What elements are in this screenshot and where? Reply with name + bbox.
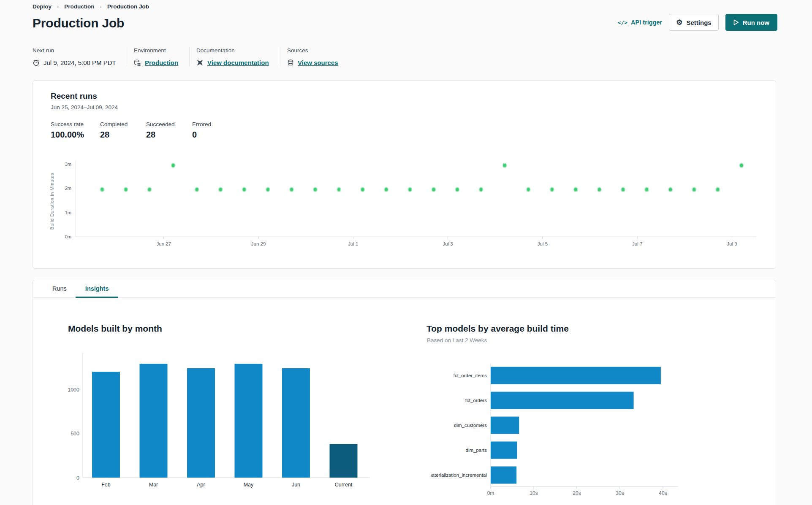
svg-text:Jul 3: Jul 3: [443, 241, 453, 246]
breadcrumb-production-job: Production Job: [107, 3, 149, 10]
sources-icon: [287, 59, 294, 66]
stat-success-rate: Success rate 100.00%: [51, 121, 100, 140]
top-models-chart: 0m10s20s30s40sfct_order_itemsfct_ordersd…: [431, 351, 710, 499]
stat-errored: Errored 0: [192, 121, 226, 140]
job-meta-row: Next run Jul 9, 2024, 5:00 PM PDT Enviro…: [33, 47, 345, 66]
svg-text:3m: 3m: [65, 162, 71, 167]
svg-text:Apr: Apr: [197, 482, 205, 488]
tabbar: Runs Insights: [33, 280, 776, 298]
breadcrumb-deploy[interactable]: Deploy: [33, 3, 52, 10]
tab-insights[interactable]: Insights: [76, 280, 119, 298]
top-models-title: Top models by average build time: [426, 324, 569, 334]
svg-text:Current: Current: [335, 482, 353, 488]
svg-text:Jul 9: Jul 9: [727, 241, 737, 246]
svg-text:Feb: Feb: [101, 482, 111, 488]
svg-text:Mar: Mar: [149, 482, 158, 488]
svg-text:40s: 40s: [659, 490, 667, 496]
svg-text:dim_parts: dim_parts: [466, 448, 487, 453]
svg-text:0m: 0m: [65, 234, 71, 239]
svg-text:fct_orders: fct_orders: [465, 398, 487, 403]
svg-text:10s: 10s: [530, 490, 538, 496]
page-title: Production Job: [33, 16, 124, 30]
meta-sources: Sources View sources: [280, 47, 345, 66]
top-models-subtitle: Based on Last 2 Weeks: [427, 337, 487, 343]
svg-text:Jun 29: Jun 29: [251, 241, 266, 246]
svg-text:Jul 7: Jul 7: [632, 241, 642, 246]
recent-runs-title: Recent runs: [51, 92, 97, 101]
meta-label: Sources: [287, 47, 338, 54]
recent-runs-stats: Success rate 100.00% Completed 28 Succee…: [51, 121, 226, 140]
svg-text:30s: 30s: [616, 490, 624, 496]
svg-text:1000: 1000: [68, 387, 79, 393]
svg-text:Build Duration in Minutes: Build Duration in Minutes: [49, 173, 54, 230]
meta-environment: Environment Produc: [127, 47, 189, 66]
models-by-month-title: Models built by month: [68, 324, 162, 334]
svg-text:dim_customers: dim_customers: [454, 423, 487, 428]
header-actions: </> API trigger ⚙ Settings Run now: [618, 14, 777, 31]
svg-text:Jun 27: Jun 27: [157, 241, 171, 246]
clock-icon: [33, 59, 40, 66]
api-trigger-link[interactable]: </> API trigger: [618, 19, 663, 26]
meta-next-run: Next run Jul 9, 2024, 5:00 PM PDT: [33, 47, 127, 66]
svg-text:Jun: Jun: [292, 482, 300, 488]
gear-icon: ⚙: [676, 19, 682, 26]
chevron-right-icon: ›: [52, 3, 64, 10]
svg-text:0m: 0m: [487, 490, 494, 496]
recent-runs-card: Recent runs Jun 25, 2024–Jul 09, 2024 Su…: [33, 80, 776, 269]
svg-text:fct_order_items: fct_order_items: [454, 373, 487, 378]
environment-icon: [134, 59, 141, 66]
stat-succeeded: Succeeded 28: [146, 121, 192, 140]
settings-button[interactable]: ⚙ Settings: [669, 14, 718, 31]
view-documentation-link[interactable]: View documentation: [207, 59, 269, 66]
svg-text:1m: 1m: [65, 210, 71, 215]
svg-text:0: 0: [76, 475, 79, 481]
settings-label: Settings: [686, 19, 711, 26]
svg-text:500: 500: [71, 431, 79, 437]
recent-runs-date-range: Jun 25, 2024–Jul 09, 2024: [51, 104, 118, 111]
chevron-right-icon: ›: [95, 3, 107, 10]
build-duration-scatter-chart: 0m1m2m3mJun 27Jun 29Jul 1Jul 3Jul 5Jul 7…: [43, 156, 765, 270]
meta-documentation: Documentation View documentation: [189, 47, 280, 66]
docs-icon: [196, 59, 204, 66]
svg-text:materialization_incremental: materialization_incremental: [431, 473, 487, 478]
play-icon: [733, 19, 739, 25]
svg-text:Jul 1: Jul 1: [348, 241, 358, 246]
svg-text:20s: 20s: [573, 490, 581, 496]
tab-runs[interactable]: Runs: [43, 280, 76, 298]
run-now-label: Run now: [743, 19, 769, 26]
run-now-button[interactable]: Run now: [725, 14, 777, 31]
production-job-page: Deploy › Production › Production Job Pro…: [0, 0, 812, 505]
meta-label: Next run: [33, 47, 120, 54]
svg-text:2m: 2m: [65, 186, 71, 191]
view-sources-link[interactable]: View sources: [298, 59, 338, 66]
svg-text:Jul 5: Jul 5: [538, 241, 548, 246]
models-by-month-chart: 05001000FebMarAprMayJunCurrent: [60, 348, 380, 489]
next-run-value: Jul 9, 2024, 5:00 PM PDT: [43, 59, 116, 66]
insights-card: Runs Insights Models built by month Top …: [33, 280, 776, 505]
stat-completed: Completed 28: [100, 121, 146, 140]
svg-text:May: May: [244, 482, 254, 488]
meta-label: Documentation: [196, 47, 274, 54]
code-icon: </>: [618, 19, 627, 26]
environment-link[interactable]: Production: [145, 59, 178, 66]
breadcrumb-production[interactable]: Production: [64, 3, 94, 10]
api-trigger-label: API trigger: [631, 19, 662, 26]
breadcrumb: Deploy › Production › Production Job: [33, 3, 149, 10]
meta-label: Environment: [134, 47, 183, 54]
